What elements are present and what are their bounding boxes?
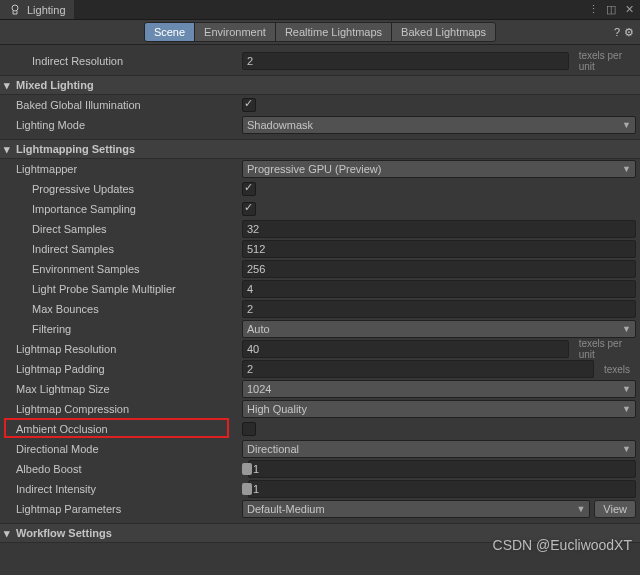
tab-group: Scene Environment Realtime Lightmaps Bak… — [144, 22, 496, 42]
ambient-occlusion-label: Ambient Occlusion — [0, 423, 242, 435]
importance-sampling-label: Importance Sampling — [0, 203, 242, 215]
indirect-samples-input[interactable] — [242, 240, 636, 258]
env-samples-input[interactable] — [242, 260, 636, 278]
close-icon[interactable]: ✕ — [622, 3, 636, 16]
importance-sampling-checkbox[interactable] — [242, 202, 256, 216]
albedo-boost-label: Albedo Boost — [0, 463, 242, 475]
section-lightmapping[interactable]: ▾ Lightmapping Settings — [0, 139, 640, 159]
progressive-updates-checkbox[interactable] — [242, 182, 256, 196]
tab-environment[interactable]: Environment — [194, 22, 276, 42]
toolbar: Scene Environment Realtime Lightmaps Bak… — [0, 20, 640, 45]
baked-gi-checkbox[interactable] — [242, 98, 256, 112]
env-samples-label: Environment Samples — [0, 263, 242, 275]
indirect-intensity-label: Indirect Intensity — [0, 483, 242, 495]
chevron-down-icon: ▾ — [4, 143, 16, 156]
indirect-samples-label: Indirect Samples — [0, 243, 242, 255]
max-bounces-label: Max Bounces — [0, 303, 242, 315]
chevron-down-icon: ▼ — [622, 164, 631, 174]
direct-samples-label: Direct Samples — [0, 223, 242, 235]
probe-mult-input[interactable] — [242, 280, 636, 298]
view-button[interactable]: View — [594, 500, 636, 518]
indirect-resolution-input[interactable] — [242, 52, 569, 70]
lightmap-padding-label: Lightmap Padding — [0, 363, 242, 375]
panel-title: Lighting — [27, 4, 66, 16]
content-area: Indirect Resolution texels per unit ▾ Mi… — [0, 45, 640, 575]
section-mixed-lighting[interactable]: ▾ Mixed Lighting — [0, 75, 640, 95]
directional-mode-dropdown[interactable]: Directional▼ — [242, 440, 636, 458]
popout-icon[interactable]: ◫ — [604, 3, 618, 16]
ambient-occlusion-checkbox[interactable] — [242, 422, 256, 436]
progressive-updates-label: Progressive Updates — [0, 183, 242, 195]
window-controls: ⋮ ◫ ✕ — [586, 3, 640, 16]
settings-icon[interactable]: ⚙ — [624, 26, 634, 39]
chevron-down-icon: ▼ — [622, 384, 631, 394]
albedo-boost-value[interactable] — [248, 460, 636, 478]
light-icon — [8, 3, 22, 17]
directional-mode-label: Directional Mode — [0, 443, 242, 455]
indirect-resolution-label: Indirect Resolution — [0, 55, 242, 67]
probe-mult-label: Light Probe Sample Multiplier — [0, 283, 242, 295]
compression-dropdown[interactable]: High Quality▼ — [242, 400, 636, 418]
max-lightmap-size-label: Max Lightmap Size — [0, 383, 242, 395]
lightmap-params-dropdown[interactable]: Default-Medium▼ — [242, 500, 590, 518]
compression-label: Lightmap Compression — [0, 403, 242, 415]
lightmap-resolution-label: Lightmap Resolution — [0, 343, 242, 355]
chevron-down-icon: ▼ — [622, 120, 631, 130]
tab-baked-lightmaps[interactable]: Baked Lightmaps — [391, 22, 496, 42]
section-workflow[interactable]: ▾ Workflow Settings — [0, 523, 640, 543]
lightmapper-label: Lightmapper — [0, 163, 242, 175]
panel-tab[interactable]: Lighting — [0, 0, 74, 19]
chevron-down-icon: ▾ — [4, 79, 16, 92]
svg-point-0 — [12, 5, 18, 11]
tab-realtime-lightmaps[interactable]: Realtime Lightmaps — [275, 22, 392, 42]
chevron-down-icon: ▼ — [576, 504, 585, 514]
filtering-label: Filtering — [0, 323, 242, 335]
lighting-mode-label: Lighting Mode — [0, 119, 242, 131]
baked-gi-label: Baked Global Illumination — [0, 99, 242, 111]
lightmap-params-label: Lightmap Parameters — [0, 503, 242, 515]
max-lightmap-size-dropdown[interactable]: 1024▼ — [242, 380, 636, 398]
help-icon[interactable]: ? — [614, 26, 620, 39]
indirect-intensity-value[interactable] — [248, 480, 636, 498]
direct-samples-input[interactable] — [242, 220, 636, 238]
tab-scene[interactable]: Scene — [144, 22, 195, 42]
chevron-down-icon: ▼ — [622, 444, 631, 454]
max-bounces-input[interactable] — [242, 300, 636, 318]
menu-icon[interactable]: ⋮ — [586, 3, 600, 16]
chevron-down-icon: ▼ — [622, 404, 631, 414]
titlebar: Lighting ⋮ ◫ ✕ — [0, 0, 640, 20]
lightmap-padding-input[interactable] — [242, 360, 594, 378]
filtering-dropdown[interactable]: Auto▼ — [242, 320, 636, 338]
chevron-down-icon: ▼ — [622, 324, 631, 334]
chevron-down-icon: ▾ — [4, 527, 16, 540]
unit-label: texels per unit — [573, 50, 636, 72]
lighting-mode-dropdown[interactable]: Shadowmask▼ — [242, 116, 636, 134]
lightmapper-dropdown[interactable]: Progressive GPU (Preview)▼ — [242, 160, 636, 178]
lightmap-resolution-input[interactable] — [242, 340, 569, 358]
